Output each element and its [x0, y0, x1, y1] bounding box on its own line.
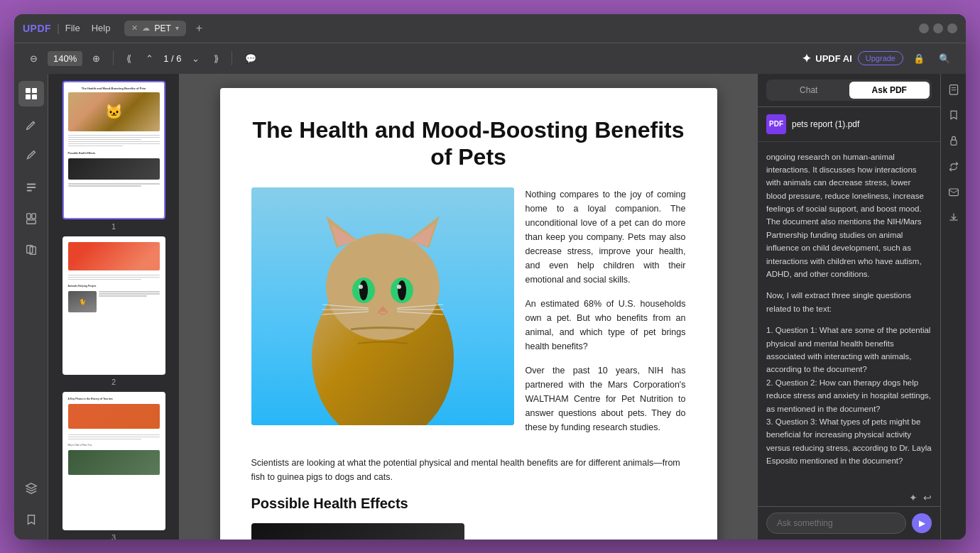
thumbnail-page-1[interactable]: The Health and Mood-Boosting Benefits of… — [55, 81, 172, 231]
toolbar: ⊖ 140% ⊕ ⟪ ⌃ 1 / 6 ⌄ ⟫ 💬 ✦ UPDF AI Upgr — [14, 43, 966, 74]
right-page-icon[interactable] — [944, 80, 964, 99]
tab-pet[interactable]: ✕ ☁ PET ▾ — [124, 21, 185, 36]
next-page-button[interactable]: ⌄ — [187, 50, 204, 67]
thumbnail-page-2[interactable]: Animals Helping People 🐈 2 — [55, 236, 172, 386]
svg-rect-3 — [32, 94, 37, 99]
thumb-tourism-title: A Key Phase in the History of Tourism — [68, 398, 160, 400]
updf-logo: UPDF — [23, 23, 51, 34]
pdf-paragraph-2: An estimated 68% of U.S. households own … — [526, 297, 686, 354]
title-bar-right: − □ ✕ — [919, 23, 957, 33]
svg-point-22 — [398, 280, 406, 300]
zoom-in-button[interactable]: ⊕ — [88, 50, 104, 67]
ai-tabs: Chat Ask PDF — [766, 80, 932, 101]
thumb-line — [99, 291, 160, 292]
maximize-button[interactable]: □ — [933, 23, 943, 33]
thumb-red-img — [68, 242, 160, 270]
toolbar-right: ✦ UPDF AI Upgrade 🔒 🔍 — [802, 50, 954, 67]
thumb-bottom-img — [68, 158, 160, 180]
thumb-eiffel-img — [68, 450, 160, 475]
thumb-text-col — [99, 291, 160, 312]
thumb-page-3[interactable]: A Key Phase in the History of Tourism Wh… — [62, 392, 165, 530]
prev-page-icon: ⌃ — [146, 53, 153, 64]
sidebar-convert-button[interactable] — [18, 237, 44, 263]
title-menu: File Help — [65, 23, 111, 33]
svg-rect-9 — [26, 219, 36, 223]
ai-chat-content: ongoing research on human-animal interac… — [758, 142, 940, 489]
pdf-bottom-content — [251, 523, 686, 539]
svg-rect-35 — [951, 140, 957, 145]
ai-action-icon-1[interactable]: ✦ — [909, 492, 918, 503]
main-content: The Health and Mood-Boosting Benefits of… — [14, 74, 966, 540]
minimize-button[interactable]: − — [919, 23, 929, 33]
thumb-cat2: 🐈 — [68, 291, 97, 312]
prev-page-button[interactable]: ⌃ — [141, 50, 158, 67]
thumb-page-1[interactable]: The Health and Mood-Boosting Benefits of… — [62, 81, 165, 219]
thumb-line — [68, 185, 141, 187]
svg-point-24 — [397, 285, 401, 289]
thumb-line — [68, 277, 160, 278]
last-page-button[interactable]: ⟫ — [209, 50, 223, 67]
tab-ask-pdf[interactable]: Ask PDF — [849, 82, 930, 99]
upgrade-button[interactable]: Upgrade — [858, 51, 903, 65]
thumbnail-page-3[interactable]: A Key Phase in the History of Tourism Wh… — [55, 392, 172, 540]
lock-button[interactable]: 🔒 — [909, 50, 929, 67]
thumb-line — [68, 135, 160, 136]
tab-close-icon[interactable]: ✕ — [131, 23, 138, 33]
sidebar-edit-button[interactable] — [18, 112, 44, 138]
thumb-text-page2 — [68, 275, 160, 280]
left-sidebar — [14, 74, 48, 540]
sidebar-bookmark-button[interactable] — [18, 507, 44, 532]
add-tab-button[interactable]: + — [196, 22, 202, 35]
pdf-cat-image — [251, 187, 514, 425]
thumb-line — [68, 139, 141, 141]
thumb-text-page3 — [68, 434, 160, 440]
thumb-line — [99, 295, 148, 297]
svg-rect-6 — [26, 190, 31, 191]
right-share-icon[interactable] — [944, 156, 964, 176]
right-bookmark-icon[interactable] — [944, 105, 964, 125]
zoom-out-button[interactable]: ⊖ — [26, 50, 42, 67]
sidebar-forms-button[interactable] — [18, 175, 44, 200]
help-menu[interactable]: Help — [92, 23, 111, 33]
sidebar-organize-button[interactable] — [18, 206, 44, 231]
thumb-line — [68, 434, 160, 436]
thumb-page-num-1: 1 — [111, 222, 116, 231]
sidebar-thumbnails-button[interactable] — [18, 81, 44, 106]
thumb-page-2[interactable]: Animals Helping People 🐈 — [62, 236, 165, 375]
ai-message-2-text: Now, I will extract three single questio… — [766, 291, 911, 312]
ai-message-1-text: ongoing research on human-animal interac… — [766, 153, 924, 279]
svg-rect-0 — [26, 88, 31, 93]
svg-rect-1 — [32, 88, 37, 93]
svg-point-21 — [359, 280, 368, 300]
close-button[interactable]: ✕ — [947, 23, 957, 33]
ai-questions-text: 1. Question 1: What are some of the pote… — [766, 326, 932, 465]
right-lock-icon[interactable] — [944, 131, 964, 150]
comment-button[interactable]: 💬 — [241, 50, 261, 67]
ai-input[interactable] — [766, 513, 906, 534]
title-divider: | — [57, 23, 60, 34]
ai-send-button[interactable]: ▶ — [912, 513, 932, 533]
file-menu[interactable]: File — [65, 23, 80, 33]
thumb-text-1 — [68, 135, 160, 147]
sidebar-annotate-button[interactable] — [18, 143, 44, 169]
thumb-text-2 — [68, 183, 160, 187]
toolbar-separator-1 — [113, 51, 114, 65]
tab-chat[interactable]: Chat — [768, 82, 849, 99]
zoom-level-display[interactable]: 140% — [48, 51, 82, 66]
thumb-line — [68, 279, 141, 280]
right-download-icon[interactable] — [944, 207, 964, 227]
pdf-page-1: The Health and Mood-Boosting Benefits of… — [220, 88, 717, 540]
thumb-cat-icon: 🐱 — [68, 92, 160, 131]
ai-file-name: pets report (1).pdf — [792, 119, 859, 129]
thumb-line — [68, 275, 160, 276]
app-window: UPDF | File Help ✕ ☁ PET ▾ + − □ ✕ ⊖ — [14, 14, 966, 540]
search-button[interactable]: 🔍 — [935, 50, 954, 67]
right-email-icon[interactable] — [944, 182, 964, 202]
ai-action-icon-2[interactable]: ↩ — [923, 492, 932, 503]
svg-rect-7 — [26, 213, 30, 218]
pdf-viewer[interactable]: The Health and Mood-Boosting Benefits of… — [180, 74, 757, 540]
first-page-button[interactable]: ⟪ — [122, 50, 136, 67]
comment-icon: 💬 — [245, 53, 256, 64]
sidebar-layers-button[interactable] — [18, 476, 44, 501]
pdf-text-column: Nothing compares to the joy of coming ho… — [526, 187, 686, 444]
